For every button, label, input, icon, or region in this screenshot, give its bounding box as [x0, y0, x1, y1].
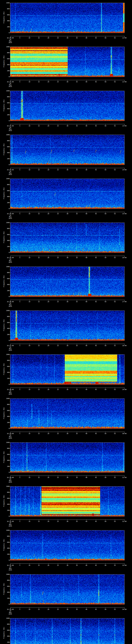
y-tick-mark	[10, 21, 10, 21]
time-tick-mark	[77, 212, 77, 213]
time-tick-label: 15	[37, 521, 41, 522]
y-tick-mark	[10, 624, 10, 624]
time-tick-mark	[20, 300, 20, 301]
time-tick-mark	[115, 256, 115, 257]
y-tick-mark	[10, 454, 10, 455]
time-tick-mark	[20, 608, 20, 608]
spectrogram-plot	[10, 618, 124, 644]
time-tick-mark	[48, 212, 48, 213]
spectrogram-panel: Frequency (Hz)02004006008001000510152025…	[0, 616, 132, 644]
time-tick-mark	[39, 608, 39, 608]
time-tick-label: 15	[37, 477, 41, 478]
time-tick-mark	[39, 520, 39, 520]
time-tick-label: 10	[28, 389, 31, 390]
time-tick-mark	[48, 432, 48, 433]
y-tick-label: 0	[0, 120, 10, 122]
time-tick-label: 40	[84, 345, 88, 346]
time-tick-label: 25	[56, 433, 60, 434]
time-tick-label: 40	[84, 477, 88, 478]
time-tick-mark	[39, 212, 39, 213]
y-minor-tick-mark	[10, 112, 10, 112]
time-tick-label: 10	[28, 169, 31, 171]
start-time-label: 16:26:00	[4, 301, 16, 302]
time-tick-mark	[86, 388, 86, 388]
time-tick-mark	[86, 168, 86, 169]
time-tick-label: 10	[28, 433, 31, 434]
spectrogram-panel: Frequency (Hz)02004006008001000510152025…	[0, 44, 132, 88]
y-tick-label: 0	[0, 296, 10, 298]
y-tick-mark	[10, 109, 10, 109]
spectrogram-plot	[10, 266, 124, 297]
start-time-label: 16:30:00	[4, 477, 16, 478]
time-tick-mark	[48, 124, 48, 125]
time-tick-label: 40	[84, 169, 88, 171]
time-tick-label: 25	[56, 169, 60, 171]
y-tick-label: 600	[0, 102, 10, 104]
y-minor-tick-mark	[10, 74, 10, 74]
y-tick-mark	[10, 548, 10, 548]
time-tick-label: 50	[104, 477, 108, 478]
y-tick-label: 800	[0, 404, 10, 405]
time-tick-label: 45	[94, 81, 98, 83]
y-minor-tick-mark	[10, 621, 10, 622]
spectrogram-canvas	[10, 91, 124, 121]
y-tick-label: 800	[0, 272, 10, 274]
time-tick-label: 50	[104, 565, 108, 566]
y-minor-tick-mark	[10, 338, 10, 338]
time-tick-label: 30	[66, 213, 69, 214]
time-tick-mark	[77, 344, 77, 345]
time-tick-mark	[77, 256, 77, 257]
spectrogram-panel: Frequency (Hz)02004006008001000510152025…	[0, 132, 132, 176]
spectrogram-canvas	[10, 618, 124, 644]
time-tick-label: 35	[75, 477, 79, 478]
time-tick-label: 55	[113, 81, 117, 83]
y-tick-mark	[10, 618, 10, 618]
time-tick-mark	[86, 36, 86, 37]
time-tick-mark	[86, 476, 86, 476]
time-tick-label: 35	[75, 565, 79, 566]
y-tick-label: 1000	[0, 486, 10, 487]
y-minor-tick-mark	[10, 24, 10, 24]
time-tick-label: 5	[18, 609, 22, 610]
time-tick-label: 25	[56, 345, 60, 346]
time-tick-label: 45	[94, 37, 98, 39]
date-line: 28	[4, 478, 16, 480]
y-minor-tick-mark	[10, 358, 10, 358]
time-tick-label: 10	[28, 213, 31, 214]
time-tick-label: 50	[104, 301, 108, 302]
y-tick-label: 400	[0, 504, 10, 505]
time-tick-label: 30	[66, 521, 69, 522]
y-tick-mark	[10, 554, 10, 554]
time-tick-label: 40	[84, 37, 88, 39]
time-tick-mark	[115, 168, 115, 169]
y-tick-label: 800	[0, 96, 10, 98]
time-tick-mark	[77, 608, 77, 608]
time-tick-label: 15	[37, 433, 41, 434]
time-tick-label: 55	[113, 521, 117, 522]
spectrogram-canvas	[10, 486, 124, 516]
time-tick-label: 45	[94, 345, 98, 346]
y-tick-label: 200	[0, 334, 10, 336]
time-tick-label: 5	[18, 257, 22, 258]
time-tick-label: 5	[18, 477, 22, 478]
y-tick-label: 400	[0, 152, 10, 154]
time-tick-mark	[20, 212, 20, 213]
time-tick-mark	[86, 256, 86, 257]
y-tick-label: 200	[0, 378, 10, 379]
spectrogram-panel: Frequency (Hz)02004006008001000510152025…	[0, 352, 132, 396]
time-tick-mark	[77, 388, 77, 388]
y-tick-mark	[10, 77, 10, 77]
time-tick-mark	[77, 432, 77, 433]
y-tick-label: 400	[0, 372, 10, 373]
y-minor-tick-mark	[10, 332, 10, 332]
spectrogram-plot	[10, 91, 124, 121]
time-tick-mark	[115, 432, 115, 433]
time-tick-mark	[20, 80, 20, 81]
y-minor-tick-mark	[10, 452, 10, 452]
time-tick-label: 50	[104, 81, 108, 83]
y-tick-label: 1000	[0, 134, 10, 136]
time-tick-label: 50	[104, 169, 108, 171]
time-tick-mark	[48, 168, 48, 169]
date-line: 2015	[4, 86, 16, 87]
date-line: May	[4, 436, 16, 438]
